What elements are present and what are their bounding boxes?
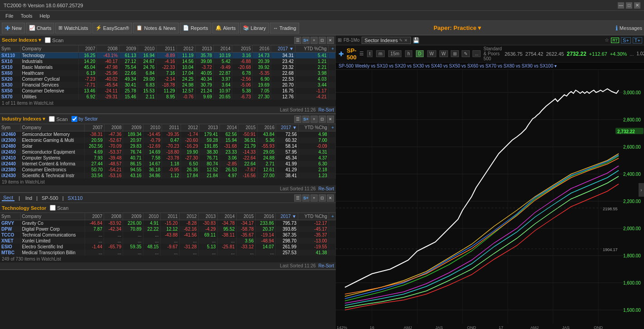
ind-col-add[interactable]: +: [329, 124, 335, 131]
notes-button[interactable]: 📋 Notes & News: [133, 23, 179, 34]
tech-col-add[interactable]: +: [329, 213, 335, 220]
reports-button[interactable]: 📄 Reports: [180, 23, 211, 34]
table-row[interactable]: SX30Financial Services-7.71-45.5430.416.…: [0, 82, 336, 88]
table-row[interactable]: SX110Technology16.25-43.1%61.1316.94-8.8…: [0, 53, 336, 59]
easyscan-button[interactable]: ⚡ EasyScan®: [92, 23, 133, 34]
chart-tf-btn[interactable]: T+: [633, 37, 642, 44]
table-row[interactable]: SX10Industrials14.20-40.1727.1224.67-4.1…: [0, 58, 336, 64]
sx110-tab[interactable]: |: [62, 195, 64, 201]
tech-add-btn[interactable]: +: [310, 194, 318, 202]
sector-indexes-tab[interactable]: Sector Indexes ✎ ✕: [362, 37, 411, 44]
star-icon[interactable]: ☆: [605, 37, 609, 43]
sp500-tab[interactable]: |: [36, 195, 38, 201]
industry-resort-btn[interactable]: Re-Sort: [319, 186, 334, 191]
tech-close-btn[interactable]: ✕: [327, 194, 334, 202]
sector-menu-btn[interactable]: ☰: [294, 37, 301, 44]
industry-float-btn[interactable]: ⊡: [319, 116, 326, 123]
table-row[interactable]: TCCOTechnical Communications............…: [0, 232, 336, 238]
tech-col-2007: 2007: [85, 213, 104, 220]
sector-indexes-title[interactable]: Sector Indexes ▾: [2, 37, 41, 43]
menu-help[interactable]: Help: [36, 12, 53, 19]
messages-label[interactable]: Messages: [620, 25, 642, 31]
table-row[interactable]: GRVYGravity Co-46.84-83.92226.004.91-15.…: [0, 220, 336, 227]
charts-button[interactable]: 📈 Charts: [26, 23, 54, 34]
minimize-button[interactable]: —: [618, 2, 624, 9]
by-sector-checkbox[interactable]: [72, 116, 77, 122]
timeframe-d[interactable]: D: [416, 50, 424, 57]
sector-resort-btn[interactable]: Re-Sort: [319, 107, 334, 112]
menu-tools[interactable]: Tools: [17, 12, 36, 19]
collapse-arrow[interactable]: ›: [639, 183, 644, 197]
table-row[interactable]: DPWDigital Power Corp7.87-42.3470.8922.2…: [0, 226, 336, 232]
paper-practice-label[interactable]: Paper: Practice ▾: [300, 24, 615, 31]
table-row[interactable]: iX2440Internet Content & Informa27.44-48…: [0, 161, 336, 167]
industry-menu-btn[interactable]: ☰: [294, 116, 301, 123]
chart-more-btn[interactable]: ...: [472, 50, 481, 57]
tech-resort-btn[interactable]: Re-Sort: [319, 263, 334, 268]
industry-close-btn[interactable]: ✕: [327, 116, 334, 123]
industry-scan-area: Scan: [49, 116, 67, 122]
table-row[interactable]: SX50Consumer Defensive13.46-24.1125.7815…: [0, 88, 336, 94]
industry-add-btn[interactable]: +: [310, 116, 318, 123]
col-2014: 2014: [214, 45, 232, 53]
compare-line[interactable]: SP-500 Weekly vs SX10 vs SX20 vs SX30 vs…: [336, 63, 644, 70]
table-row[interactable]: ESIOElectro Scientific Ind-1.44-65.7959.…: [0, 244, 336, 250]
sector-s-btn[interactable]: S+: [302, 37, 310, 44]
table-row[interactable]: XNETXunlei Limited......................…: [0, 238, 336, 244]
sector-close-btn[interactable]: ✕: [327, 37, 334, 44]
tech-float-btn[interactable]: ⊡: [319, 194, 326, 202]
col-add[interactable]: +: [328, 45, 335, 53]
chart-save-icon[interactable]: 💾: [413, 37, 420, 44]
sector-scan-checkbox[interactable]: [45, 37, 51, 43]
timeframe-h[interactable]: h: [405, 50, 412, 57]
ind-tab[interactable]: |: [17, 195, 21, 201]
tech-menu-btn[interactable]: ☰: [294, 194, 301, 202]
sx110-tab-label[interactable]: SX110: [67, 195, 84, 201]
sect-tab[interactable]: Sect: [2, 195, 14, 201]
chart-config-icon[interactable]: ⊞: [338, 37, 342, 43]
timeframe-m[interactable]: m: [376, 50, 384, 57]
table-row[interactable]: SX10Basic Materials45.04-47.9875.5424.76…: [0, 64, 336, 70]
add-icon[interactable]: ✚: [339, 50, 344, 58]
menu-file[interactable]: File: [2, 12, 17, 19]
industry-indexes-title[interactable]: Industry Indexes ▾: [2, 116, 45, 122]
chart-indicator-btn[interactable]: W: [439, 50, 448, 57]
table-row[interactable]: SX60Healthcare6.19-25.9622.666.847.1617.…: [0, 70, 336, 76]
table-row[interactable]: SX20Consumer Cyclical-7.23-40.0249.3429.…: [0, 76, 336, 82]
industry-s-btn[interactable]: S+: [302, 116, 310, 123]
trading-button[interactable]: ↔ Trading: [270, 23, 299, 34]
alerts-button[interactable]: 🔔 Alerts: [212, 23, 239, 34]
timeframe-w[interactable]: W: [427, 50, 436, 57]
tech-col-2017: 2017 ▼: [276, 213, 298, 220]
watchlists-button[interactable]: ⊞ WatchLists: [55, 23, 91, 34]
tab-edit-icon[interactable]: ✎: [399, 38, 403, 43]
sp500-tab-label[interactable]: SP-500: [40, 195, 60, 201]
ind-tab-label[interactable]: Ind: [24, 195, 33, 201]
table-row[interactable]: iX2380Consumer Electronics50.70-54.2194.…: [0, 167, 336, 173]
sector-add-btn[interactable]: +: [310, 37, 318, 44]
tech-s-btn[interactable]: S+: [302, 194, 310, 202]
ind-col-sym: Sym: [0, 124, 20, 131]
maximize-button[interactable]: □: [626, 2, 632, 9]
industry-scan-checkbox[interactable]: [49, 116, 55, 122]
chart-vol-btn[interactable]: ⊞: [451, 50, 459, 57]
table-row[interactable]: MTBCMedical Transcription Billin........…: [0, 250, 336, 256]
table-row[interactable]: iX2480Solar262.56-70.0929.83-12.69-70.23…: [0, 143, 336, 149]
close-button[interactable]: ✕: [634, 2, 640, 9]
chart-s-btn[interactable]: S+: [621, 37, 631, 44]
table-row[interactable]: iX2430Scientific & Technical Instr33.54-…: [0, 173, 336, 179]
timeframe-t[interactable]: t: [367, 50, 373, 57]
timeframe-15m[interactable]: 15m: [388, 50, 401, 57]
chart-menu-icon[interactable]: ☰: [359, 51, 364, 57]
library-button[interactable]: 📚 Library: [240, 23, 269, 34]
table-row[interactable]: SX70Utilities6.92-29.3115.462.118.95-0.7…: [0, 94, 336, 100]
tab-close-icon[interactable]: ✕: [404, 38, 408, 43]
tech-scan-checkbox[interactable]: [50, 205, 56, 211]
table-row[interactable]: iX2410Computer Systems7.93-39.4840.717.5…: [0, 155, 336, 161]
table-row[interactable]: iX2300Electronic Gaming & Multi20.59-52.…: [0, 137, 336, 143]
table-row[interactable]: iX2460Semiconductor Memory-38.31-47.3618…: [0, 131, 336, 138]
new-button[interactable]: ✚ New: [2, 23, 25, 34]
chart-draw-btn[interactable]: ✎: [462, 50, 470, 57]
table-row[interactable]: iX2450Semiconductor Equipment4.69-53.377…: [0, 149, 336, 155]
sector-float-btn[interactable]: ⊡: [319, 37, 326, 44]
